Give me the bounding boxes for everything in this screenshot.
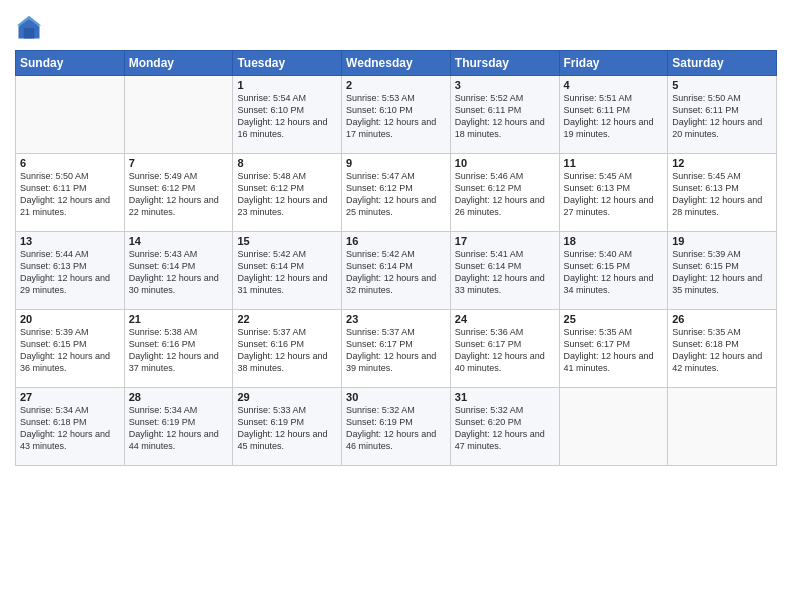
day-detail: Sunrise: 5:44 AM Sunset: 6:13 PM Dayligh… <box>20 248 120 297</box>
day-cell: 16Sunrise: 5:42 AM Sunset: 6:14 PM Dayli… <box>342 232 451 310</box>
weekday-header-tuesday: Tuesday <box>233 51 342 76</box>
day-cell: 12Sunrise: 5:45 AM Sunset: 6:13 PM Dayli… <box>668 154 777 232</box>
svg-rect-2 <box>24 28 35 39</box>
day-number: 13 <box>20 235 120 247</box>
weekday-header-monday: Monday <box>124 51 233 76</box>
day-cell: 1Sunrise: 5:54 AM Sunset: 6:10 PM Daylig… <box>233 76 342 154</box>
weekday-header-friday: Friday <box>559 51 668 76</box>
day-cell: 13Sunrise: 5:44 AM Sunset: 6:13 PM Dayli… <box>16 232 125 310</box>
day-detail: Sunrise: 5:49 AM Sunset: 6:12 PM Dayligh… <box>129 170 229 219</box>
day-number: 14 <box>129 235 229 247</box>
weekday-header-wednesday: Wednesday <box>342 51 451 76</box>
logo-icon <box>15 14 43 42</box>
day-number: 30 <box>346 391 446 403</box>
day-cell: 26Sunrise: 5:35 AM Sunset: 6:18 PM Dayli… <box>668 310 777 388</box>
day-number: 8 <box>237 157 337 169</box>
day-number: 21 <box>129 313 229 325</box>
day-detail: Sunrise: 5:40 AM Sunset: 6:15 PM Dayligh… <box>564 248 664 297</box>
week-row-2: 6Sunrise: 5:50 AM Sunset: 6:11 PM Daylig… <box>16 154 777 232</box>
day-detail: Sunrise: 5:50 AM Sunset: 6:11 PM Dayligh… <box>672 92 772 141</box>
day-cell: 5Sunrise: 5:50 AM Sunset: 6:11 PM Daylig… <box>668 76 777 154</box>
weekday-header-row: SundayMondayTuesdayWednesdayThursdayFrid… <box>16 51 777 76</box>
day-cell: 11Sunrise: 5:45 AM Sunset: 6:13 PM Dayli… <box>559 154 668 232</box>
day-detail: Sunrise: 5:46 AM Sunset: 6:12 PM Dayligh… <box>455 170 555 219</box>
day-cell: 19Sunrise: 5:39 AM Sunset: 6:15 PM Dayli… <box>668 232 777 310</box>
day-number: 27 <box>20 391 120 403</box>
day-detail: Sunrise: 5:32 AM Sunset: 6:20 PM Dayligh… <box>455 404 555 453</box>
day-detail: Sunrise: 5:47 AM Sunset: 6:12 PM Dayligh… <box>346 170 446 219</box>
day-cell: 23Sunrise: 5:37 AM Sunset: 6:17 PM Dayli… <box>342 310 451 388</box>
page-container: SundayMondayTuesdayWednesdayThursdayFrid… <box>0 0 792 471</box>
day-number: 23 <box>346 313 446 325</box>
day-cell: 27Sunrise: 5:34 AM Sunset: 6:18 PM Dayli… <box>16 388 125 466</box>
day-detail: Sunrise: 5:33 AM Sunset: 6:19 PM Dayligh… <box>237 404 337 453</box>
day-detail: Sunrise: 5:53 AM Sunset: 6:10 PM Dayligh… <box>346 92 446 141</box>
day-number: 26 <box>672 313 772 325</box>
day-detail: Sunrise: 5:45 AM Sunset: 6:13 PM Dayligh… <box>564 170 664 219</box>
day-cell: 7Sunrise: 5:49 AM Sunset: 6:12 PM Daylig… <box>124 154 233 232</box>
day-cell: 22Sunrise: 5:37 AM Sunset: 6:16 PM Dayli… <box>233 310 342 388</box>
week-row-5: 27Sunrise: 5:34 AM Sunset: 6:18 PM Dayli… <box>16 388 777 466</box>
weekday-header-thursday: Thursday <box>450 51 559 76</box>
day-number: 9 <box>346 157 446 169</box>
day-detail: Sunrise: 5:42 AM Sunset: 6:14 PM Dayligh… <box>237 248 337 297</box>
day-cell: 15Sunrise: 5:42 AM Sunset: 6:14 PM Dayli… <box>233 232 342 310</box>
day-cell: 6Sunrise: 5:50 AM Sunset: 6:11 PM Daylig… <box>16 154 125 232</box>
day-cell: 8Sunrise: 5:48 AM Sunset: 6:12 PM Daylig… <box>233 154 342 232</box>
day-number: 28 <box>129 391 229 403</box>
day-detail: Sunrise: 5:39 AM Sunset: 6:15 PM Dayligh… <box>20 326 120 375</box>
day-cell: 30Sunrise: 5:32 AM Sunset: 6:19 PM Dayli… <box>342 388 451 466</box>
day-cell: 25Sunrise: 5:35 AM Sunset: 6:17 PM Dayli… <box>559 310 668 388</box>
day-detail: Sunrise: 5:34 AM Sunset: 6:19 PM Dayligh… <box>129 404 229 453</box>
day-number: 22 <box>237 313 337 325</box>
day-number: 29 <box>237 391 337 403</box>
day-cell <box>559 388 668 466</box>
day-detail: Sunrise: 5:35 AM Sunset: 6:17 PM Dayligh… <box>564 326 664 375</box>
day-detail: Sunrise: 5:32 AM Sunset: 6:19 PM Dayligh… <box>346 404 446 453</box>
day-detail: Sunrise: 5:39 AM Sunset: 6:15 PM Dayligh… <box>672 248 772 297</box>
day-cell: 10Sunrise: 5:46 AM Sunset: 6:12 PM Dayli… <box>450 154 559 232</box>
day-cell: 9Sunrise: 5:47 AM Sunset: 6:12 PM Daylig… <box>342 154 451 232</box>
day-cell: 28Sunrise: 5:34 AM Sunset: 6:19 PM Dayli… <box>124 388 233 466</box>
header <box>15 10 777 42</box>
day-detail: Sunrise: 5:36 AM Sunset: 6:17 PM Dayligh… <box>455 326 555 375</box>
day-number: 10 <box>455 157 555 169</box>
day-number: 20 <box>20 313 120 325</box>
day-detail: Sunrise: 5:35 AM Sunset: 6:18 PM Dayligh… <box>672 326 772 375</box>
day-detail: Sunrise: 5:37 AM Sunset: 6:17 PM Dayligh… <box>346 326 446 375</box>
day-number: 31 <box>455 391 555 403</box>
weekday-header-sunday: Sunday <box>16 51 125 76</box>
weekday-header-saturday: Saturday <box>668 51 777 76</box>
day-detail: Sunrise: 5:43 AM Sunset: 6:14 PM Dayligh… <box>129 248 229 297</box>
day-cell: 24Sunrise: 5:36 AM Sunset: 6:17 PM Dayli… <box>450 310 559 388</box>
day-detail: Sunrise: 5:37 AM Sunset: 6:16 PM Dayligh… <box>237 326 337 375</box>
day-detail: Sunrise: 5:51 AM Sunset: 6:11 PM Dayligh… <box>564 92 664 141</box>
day-number: 15 <box>237 235 337 247</box>
day-number: 16 <box>346 235 446 247</box>
day-number: 3 <box>455 79 555 91</box>
day-cell: 18Sunrise: 5:40 AM Sunset: 6:15 PM Dayli… <box>559 232 668 310</box>
week-row-4: 20Sunrise: 5:39 AM Sunset: 6:15 PM Dayli… <box>16 310 777 388</box>
day-cell: 31Sunrise: 5:32 AM Sunset: 6:20 PM Dayli… <box>450 388 559 466</box>
day-number: 19 <box>672 235 772 247</box>
day-number: 11 <box>564 157 664 169</box>
day-number: 18 <box>564 235 664 247</box>
day-number: 5 <box>672 79 772 91</box>
day-detail: Sunrise: 5:41 AM Sunset: 6:14 PM Dayligh… <box>455 248 555 297</box>
day-cell: 20Sunrise: 5:39 AM Sunset: 6:15 PM Dayli… <box>16 310 125 388</box>
day-cell: 21Sunrise: 5:38 AM Sunset: 6:16 PM Dayli… <box>124 310 233 388</box>
day-cell: 3Sunrise: 5:52 AM Sunset: 6:11 PM Daylig… <box>450 76 559 154</box>
week-row-1: 1Sunrise: 5:54 AM Sunset: 6:10 PM Daylig… <box>16 76 777 154</box>
day-detail: Sunrise: 5:54 AM Sunset: 6:10 PM Dayligh… <box>237 92 337 141</box>
day-detail: Sunrise: 5:42 AM Sunset: 6:14 PM Dayligh… <box>346 248 446 297</box>
day-cell <box>16 76 125 154</box>
day-cell: 4Sunrise: 5:51 AM Sunset: 6:11 PM Daylig… <box>559 76 668 154</box>
day-number: 12 <box>672 157 772 169</box>
day-cell: 29Sunrise: 5:33 AM Sunset: 6:19 PM Dayli… <box>233 388 342 466</box>
day-number: 24 <box>455 313 555 325</box>
day-number: 6 <box>20 157 120 169</box>
day-detail: Sunrise: 5:38 AM Sunset: 6:16 PM Dayligh… <box>129 326 229 375</box>
day-number: 1 <box>237 79 337 91</box>
day-cell <box>668 388 777 466</box>
day-cell <box>124 76 233 154</box>
